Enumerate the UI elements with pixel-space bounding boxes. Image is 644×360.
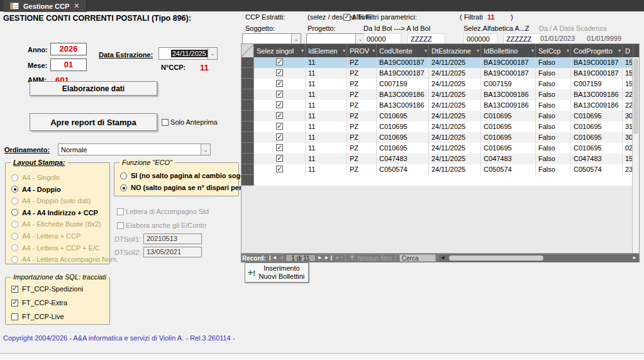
new-record-icon[interactable]: ►* [335,254,342,262]
vertical-scrollbar[interactable] [632,57,639,253]
selez-cell[interactable] [254,79,306,89]
table-cell[interactable]: 24/11/2025 [429,79,481,89]
table-cell[interactable]: 24/11/2025 [429,143,481,154]
chevron-down-icon[interactable]: ⌄ [201,144,210,155]
table-cell[interactable]: BA13C009186 [571,100,623,111]
apre-report-button[interactable]: Apre report di Stampa [30,113,157,131]
row-selector[interactable] [242,111,254,121]
elabora-econto-checkbox[interactable]: Elabora anche gli E/Conto [117,222,206,229]
table-cell[interactable]: 11 [306,143,347,154]
row-selector[interactable] [242,154,254,164]
table-cell[interactable]: PZ [347,132,377,143]
row-selector[interactable] [242,164,254,175]
table-cell[interactable]: Falso [536,79,571,89]
table-cell[interactable]: 11 [306,79,347,89]
table-row[interactable]: 11PZBA13C00918624/11/2025BA13C009186Fals… [242,89,639,100]
radio-icon[interactable] [11,221,18,228]
checkbox-icon[interactable] [276,112,283,119]
importazione-sql-option[interactable]: FT_CCP-Live [11,313,64,320]
mese-field[interactable]: 01 [50,59,87,71]
selez-cell[interactable] [254,121,306,132]
row-selector[interactable] [242,68,254,79]
column-header-prov[interactable]: PROV▾ [347,44,377,57]
table-cell[interactable]: Falso [536,132,571,143]
table-cell[interactable]: PZ [347,111,377,121]
table-cell[interactable]: C007159 [377,79,429,89]
column-header-selccp[interactable]: SelCcp▾ [536,44,571,57]
table-cell[interactable]: PZ [347,68,377,79]
select-all-corner[interactable] [242,44,254,57]
table-cell[interactable]: PZ [347,79,377,89]
chevron-down-icon[interactable]: ⌄ [208,48,217,59]
table-cell[interactable]: BA19C000187 [377,57,429,68]
solo-anteprima-checkbox[interactable]: Solo Anteprima [162,118,218,126]
table-cell[interactable]: 24/11/2025 [429,154,481,164]
column-header-selez-singol[interactable]: Selez singol▾ [254,44,306,57]
table-cell[interactable]: PZ [347,57,377,68]
elaborazione-dati-button[interactable]: Elaborazione dati [30,81,157,96]
column-header-idelemen[interactable]: IdElemen▾ [306,44,347,57]
table-cell[interactable]: Falso [536,89,571,100]
checkbox-icon[interactable] [117,208,124,215]
table-cell[interactable]: C047483 [377,154,429,164]
checkbox-icon[interactable] [117,222,124,229]
table-cell[interactable]: 24/11/2025 [429,132,481,143]
table-cell[interactable]: Falso [536,154,571,164]
table-cell[interactable]: PZ [347,121,377,132]
table-cell[interactable]: C050574 [481,164,536,175]
table-cell[interactable]: C010695 [377,111,429,121]
table-cell[interactable]: BA13C009186 [481,89,536,100]
table-row[interactable]: 11PZBA13C00918624/11/2025BA13C009186Fals… [242,100,639,111]
table-cell[interactable]: Falso [536,164,571,175]
layout-stampa-option[interactable]: A4 - Etichette Buste (8x2) [11,220,101,228]
checkbox-icon[interactable] [11,300,18,307]
scroll-left-icon[interactable]: ◄ [440,254,445,262]
column-header-codprogetto[interactable]: CodProgetto▾ [571,44,623,57]
selez-cell[interactable] [254,154,306,164]
table-cell[interactable]: Falso [536,121,571,132]
table-cell[interactable]: BA19C000187 [481,57,536,68]
table-cell[interactable]: PZ [347,143,377,154]
selez-cell[interactable] [254,132,306,143]
altri-filtri-checkbox[interactable]: Altri Filtri parametrici: [343,13,417,21]
table-cell[interactable]: PZ [347,89,377,100]
table-cell[interactable]: C010695 [571,132,623,143]
table-cell[interactable]: BA19C000187 [377,68,429,79]
row-selector[interactable] [242,132,254,143]
checkbox-icon[interactable] [276,133,283,140]
selez-cell[interactable] [254,68,306,79]
selez-cell[interactable] [254,111,306,121]
selez-cell[interactable] [254,100,306,111]
radio-icon[interactable] [11,174,18,181]
checkbox-icon[interactable] [276,69,283,76]
filter-arrow-icon[interactable]: ▾ [372,48,375,53]
column-header-idbollettino[interactable]: IdBollettino▾ [481,44,536,57]
table-cell[interactable]: C010695 [377,132,429,143]
table-cell[interactable]: 11 [306,100,347,111]
chevron-down-icon[interactable]: ⌄ [291,34,301,44]
table-row[interactable]: 11PZBA19C00018724/11/2025BA19C000187Fals… [242,57,639,68]
scad-da-field[interactable]: 01/01/2023 [540,35,575,42]
selez-cell[interactable] [254,143,306,154]
table-cell[interactable]: Falso [536,143,571,154]
table-cell[interactable]: BA19C000187 [481,68,536,79]
importazione-sql-option[interactable]: FT_CCP-Extra [11,299,67,307]
table-row[interactable]: 11PZC05057424/11/2025C050574FalsoC050574… [242,164,639,175]
checkbox-icon[interactable] [11,286,18,293]
radio-icon[interactable] [11,198,18,205]
checkbox-icon[interactable] [11,313,18,320]
checkbox-icon[interactable] [276,91,283,98]
ordinamento-combo[interactable]: Normale ⌄ [58,143,211,155]
scad-a-field[interactable]: 01/01/9999 [587,35,621,42]
selez-cell[interactable] [254,57,306,68]
checkbox-icon[interactable] [276,59,283,65]
table-cell[interactable]: Falso [536,68,571,79]
search-input[interactable]: Cerca [399,254,436,262]
row-selector[interactable] [242,89,254,100]
table-row[interactable]: 11PZBA19C00018724/11/2025BA19C000187Fals… [242,68,639,79]
table-cell[interactable]: 24/11/2025 [429,68,481,79]
layout-stampa-option[interactable]: A4 - Lettera + CCP + E/C [11,244,100,252]
table-cell[interactable]: BA13C009186 [377,100,429,111]
table-cell[interactable]: C010695 [481,143,536,154]
table-cell[interactable]: C050574 [377,164,429,175]
